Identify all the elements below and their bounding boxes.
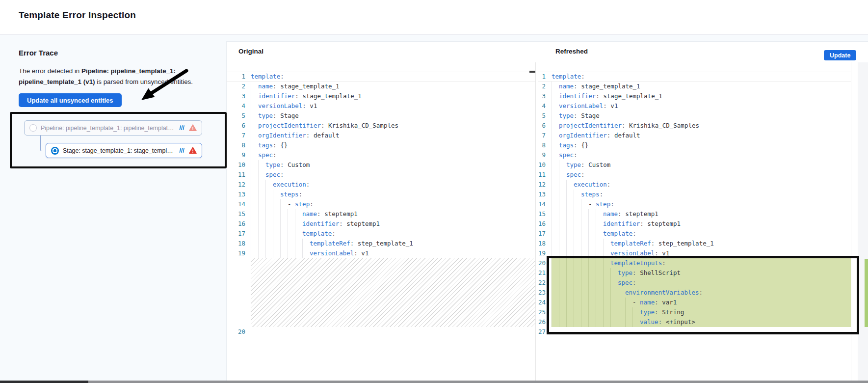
original-editor[interactable]: 1template:2name: stage_template_13identi… <box>226 62 535 381</box>
indent-guide <box>258 190 265 199</box>
indent-guide <box>280 219 288 229</box>
yaml-list-dash: - <box>588 200 596 208</box>
indent-guide <box>566 209 574 219</box>
code-text: execution: <box>251 180 535 190</box>
horizontal-scrollbar[interactable] <box>0 381 868 383</box>
line-number: 4 <box>226 101 251 111</box>
yaml-colon: : <box>317 210 321 218</box>
code-line: 12execution: <box>538 180 851 190</box>
yaml-key: identifier <box>258 92 295 100</box>
yaml-value: stage_template_1 <box>299 92 362 100</box>
yaml-key: versionLabel <box>559 102 603 109</box>
indent-guide <box>251 199 258 209</box>
indent-guide <box>251 180 258 190</box>
yaml-key: identifier <box>559 92 596 100</box>
yaml-colon: : <box>273 151 277 159</box>
code-text: projectIdentifier: Krishika_CD_Samples <box>251 121 535 131</box>
overview-ruler-scrollbar[interactable] <box>858 62 868 381</box>
code-line: 19versionLabel: v1 <box>226 248 535 258</box>
code-text: identifier: steptemp1 <box>552 219 851 229</box>
line-number: 11 <box>226 170 251 180</box>
yaml-colon: : <box>581 171 585 178</box>
yaml-value: {} <box>578 141 589 149</box>
code-line: 20 <box>226 327 535 337</box>
code-text: template: <box>552 72 851 82</box>
horizontal-scrollbar-thumb[interactable] <box>0 381 88 383</box>
code-line: 15name: steptemp1 <box>538 209 851 219</box>
indent-guide <box>302 239 310 248</box>
error-trace-title: Error Trace <box>19 49 58 57</box>
indent-guide <box>273 239 280 248</box>
refreshed-pane-label: Refreshed <box>555 48 588 55</box>
code-text: template: <box>251 72 535 82</box>
indent-guide <box>552 140 559 150</box>
code-text: versionLabel: v1 <box>552 101 851 111</box>
code-line: 10type: Custom <box>226 160 535 170</box>
line-number: 15 <box>538 209 552 219</box>
yaml-key: projectIdentifier <box>559 122 622 129</box>
indent-guide <box>574 199 581 209</box>
indent-guide <box>559 190 566 199</box>
template-error-inspection-page: Template Error Inspection Error Trace Th… <box>0 0 868 383</box>
yaml-value: step_template_1 <box>354 240 413 247</box>
code-text: template: <box>552 229 851 239</box>
yaml-key: template <box>251 73 280 80</box>
line-number: 18 <box>226 239 251 248</box>
indent-guide <box>280 248 288 258</box>
indent-guide <box>552 131 559 140</box>
indent-guide <box>265 219 273 229</box>
code-text: type: Stage <box>251 111 535 121</box>
yaml-value: Stage <box>578 112 600 119</box>
indent-guide <box>603 239 610 248</box>
code-text: orgIdentifier: default <box>552 131 851 140</box>
line-number: 20 <box>226 327 251 337</box>
line-number: 7 <box>538 131 552 140</box>
line-number: 5 <box>538 111 552 121</box>
code-text: spec: <box>251 150 535 160</box>
indent-guide <box>559 239 566 248</box>
yaml-colon: : <box>299 191 303 198</box>
yaml-key: templateRef <box>610 240 651 247</box>
indent-guide <box>552 91 559 101</box>
indent-guide <box>295 239 302 248</box>
yaml-key: template <box>603 230 632 237</box>
line-number: 2 <box>226 82 251 91</box>
code-line: 14- step: <box>226 199 535 209</box>
yaml-key: execution <box>273 181 306 188</box>
update-button[interactable]: Update <box>824 50 856 60</box>
line-number: 5 <box>226 111 251 121</box>
line-number: 14 <box>538 199 552 209</box>
yaml-key: name <box>559 82 574 90</box>
indent-guide <box>559 229 566 239</box>
line-number: 6 <box>226 121 251 131</box>
yaml-key: name <box>258 82 273 90</box>
indent-guide <box>273 219 280 229</box>
indent-guide <box>265 209 273 219</box>
yaml-colon: : <box>607 181 611 188</box>
yaml-colon: : <box>280 161 284 168</box>
indent-guide <box>251 82 258 91</box>
indent-guide <box>552 101 559 111</box>
code-text: - step: <box>552 199 851 209</box>
yaml-key: identifier <box>302 220 339 227</box>
indent-guide <box>596 219 603 229</box>
indent-guide <box>559 170 566 180</box>
indent-guide <box>288 248 295 258</box>
yaml-key: tags <box>258 141 273 149</box>
line-number: 11 <box>538 170 552 180</box>
update-all-unsynced-entities-button[interactable]: Update all unsynced entities <box>19 93 122 107</box>
indent-guide <box>566 239 574 248</box>
code-line: 11spec: <box>226 170 535 180</box>
editor-divider[interactable] <box>535 62 536 381</box>
indent-guide <box>574 239 581 248</box>
line-number: 4 <box>538 101 552 111</box>
line-number: 9 <box>538 150 552 160</box>
code-text: orgIdentifier: default <box>251 131 535 140</box>
indent-guide <box>251 219 258 229</box>
line-number: 6 <box>538 121 552 131</box>
line-number: 7 <box>226 131 251 140</box>
yaml-key: step <box>295 200 310 208</box>
yaml-value: Stage <box>277 112 299 119</box>
indent-guide <box>588 239 596 248</box>
line-number: 18 <box>538 239 552 248</box>
